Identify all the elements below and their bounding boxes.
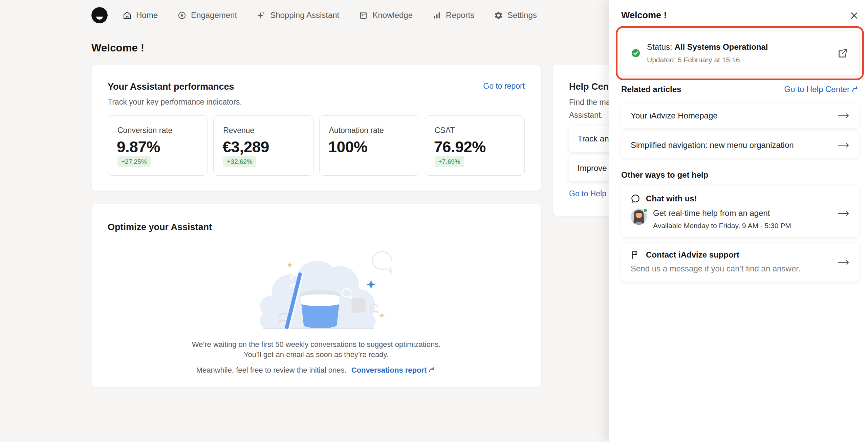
- status-updated: Updated: 5 February at 15:16: [647, 56, 768, 64]
- chat-card-line1: Get real-time help from an agent: [653, 208, 791, 218]
- kpi-value: 76.92%: [434, 138, 486, 156]
- flag-icon: [631, 250, 640, 260]
- kpi-card-automation-rate: Automation rate 100%: [319, 115, 419, 176]
- nav-item-shopping-assistant[interactable]: Shopping Assistant: [257, 10, 339, 20]
- contact-card-line1: Send us a message if you can’t find an a…: [631, 264, 849, 273]
- assistant-performances-card: Your Assistant performances Track your k…: [91, 64, 541, 191]
- online-status-dot: [643, 208, 648, 213]
- help-center-description-line1: Find the mai: [569, 98, 612, 107]
- page-title: Welcome !: [91, 42, 144, 54]
- knowledge-icon: [359, 11, 368, 20]
- arrow-right-icon: [837, 211, 849, 216]
- status-value: All Systems Operational: [674, 42, 768, 51]
- help-center-description: Find the mai Assistant.: [569, 96, 612, 121]
- chat-with-us-card[interactable]: Chat with us! Get real-time help fro: [621, 186, 859, 237]
- optimize-caption-line2: You’ll get an email as soon as they’re r…: [92, 350, 541, 359]
- status-label: Status:: [647, 42, 674, 51]
- optimize-caption-line3-text: Meanwhile, feel free to review the initi…: [196, 366, 347, 374]
- chat-card-title: Chat with us!: [646, 194, 697, 203]
- optimize-title: Optimize your Assistant: [108, 222, 212, 233]
- contact-card-title: Contact iAdvize support: [646, 250, 739, 260]
- help-center-description-line2: Assistant.: [569, 111, 603, 119]
- goto-arrow-icon: [429, 366, 436, 374]
- kpi-card-csat: CSAT 76.92% +7.69%: [425, 115, 525, 176]
- kpi-delta-badge: +27.25%: [117, 156, 151, 167]
- nav-item-reports[interactable]: Reports: [432, 10, 474, 20]
- optimize-caption-line1: We’re waiting on the first 50 weekly con…: [92, 340, 541, 349]
- article-card-navigation[interactable]: Simplified navigation: new menu organiza…: [621, 132, 859, 158]
- related-articles-heading: Related articles: [621, 85, 681, 94]
- kpi-label: CSAT: [435, 126, 455, 135]
- article-title: Simplified navigation: new menu organiza…: [631, 140, 794, 150]
- arrow-right-icon: [837, 113, 849, 118]
- optimize-assistant-card: Optimize your Assistant We’re waiting on…: [91, 204, 541, 388]
- article-card-homepage[interactable]: Your iAdvize Homepage: [621, 103, 859, 128]
- optimize-caption-line3: Meanwhile, feel free to review the initi…: [92, 366, 541, 375]
- status-line: Status: All Systems Operational: [647, 42, 768, 52]
- nav-item-engagement[interactable]: Engagement: [177, 10, 237, 20]
- performances-subtitle: Track your key performance indicators.: [108, 97, 242, 107]
- shopping-assistant-icon: [257, 11, 266, 20]
- welcome-side-panel: Welcome ! Status: All Systems Operationa…: [609, 0, 868, 442]
- status-card[interactable]: Status: All Systems Operational Updated:…: [621, 31, 859, 75]
- conversations-report-link[interactable]: Conversations report: [351, 366, 427, 374]
- external-link-icon[interactable]: [837, 47, 849, 59]
- performances-title: Your Assistant performances: [108, 82, 242, 92]
- nav-item-label: Knowledge: [372, 10, 413, 20]
- chat-card-line2: Available Monday to Friday, 9 AM - 5:30 …: [653, 222, 791, 230]
- go-to-help-center-link[interactable]: Go to Help Center: [784, 85, 859, 94]
- kpi-value: €3,289: [222, 138, 269, 156]
- kpi-label: Automation rate: [329, 126, 384, 135]
- goto-arrow-icon: [852, 86, 859, 93]
- top-navigation: Home Engagement Shopping Assistant Knowl…: [91, 0, 537, 30]
- nav-item-knowledge[interactable]: Knowledge: [359, 10, 413, 20]
- go-to-help-center-label: Go to Help Center: [784, 85, 850, 94]
- kpi-value: 100%: [328, 138, 368, 156]
- empty-state-illustration: [240, 242, 396, 335]
- arrow-right-icon: [837, 142, 849, 148]
- kpi-row: Conversion rate 9.87% +27.25% Revenue €3…: [108, 115, 525, 176]
- home-icon: [123, 11, 132, 20]
- iadvize-logo[interactable]: [91, 7, 108, 23]
- reports-icon: [432, 11, 441, 20]
- kpi-value: 9.87%: [117, 138, 160, 156]
- kpi-card-conversion-rate: Conversion rate 9.87% +27.25%: [108, 115, 208, 176]
- status-check-icon: [631, 49, 640, 58]
- nav-item-label: Settings: [507, 10, 537, 20]
- nav-item-label: Engagement: [191, 10, 237, 20]
- other-help-heading: Other ways to get help: [621, 170, 708, 180]
- chat-bubble-icon: [631, 194, 640, 203]
- nav-item-settings[interactable]: Settings: [494, 10, 537, 20]
- kpi-label: Revenue: [223, 126, 254, 135]
- settings-icon: [494, 11, 503, 20]
- agent-avatar: [631, 208, 647, 225]
- nav-item-label: Home: [136, 10, 158, 20]
- kpi-delta-badge: +7.69%: [435, 156, 464, 167]
- go-to-report-link[interactable]: Go to report: [483, 82, 525, 91]
- kpi-delta-badge: +32.62%: [223, 156, 256, 167]
- kpi-card-revenue: Revenue €3,289 +32.62%: [213, 115, 313, 176]
- nav-items: Home Engagement Shopping Assistant Knowl…: [123, 10, 537, 20]
- nav-item-label: Shopping Assistant: [270, 10, 339, 20]
- article-title: Your iAdvize Homepage: [631, 111, 718, 120]
- contact-support-card[interactable]: Contact iAdvize support Send us a messag…: [621, 243, 859, 282]
- engagement-icon: [177, 11, 187, 20]
- arrow-right-icon: [837, 260, 849, 265]
- panel-title: Welcome !: [621, 10, 667, 21]
- nav-item-label: Reports: [446, 10, 474, 20]
- kpi-label: Conversion rate: [117, 126, 172, 135]
- close-icon[interactable]: [849, 10, 859, 21]
- nav-item-home[interactable]: Home: [123, 10, 158, 20]
